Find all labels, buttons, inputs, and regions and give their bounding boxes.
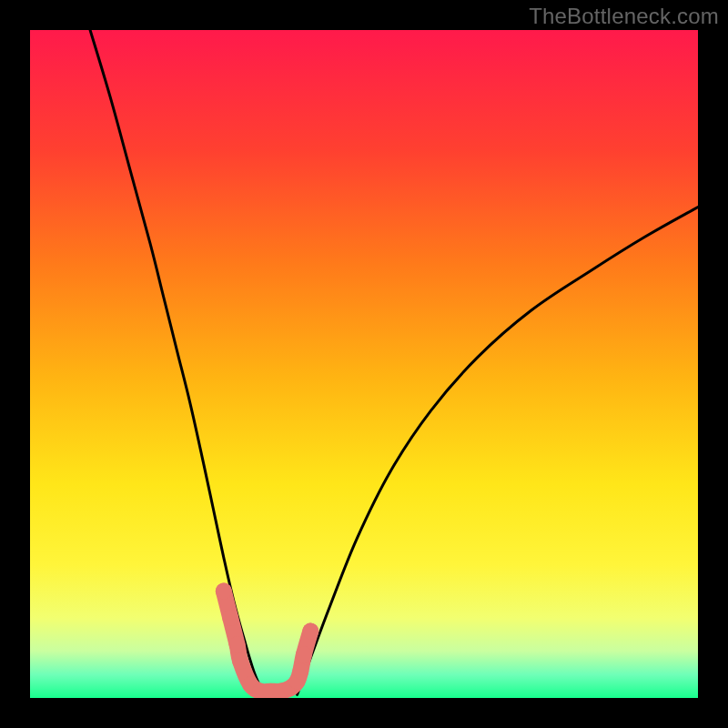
outer-frame: TheBottleneck.com — [0, 0, 728, 728]
accent-dot — [232, 653, 248, 670]
accent-cluster — [216, 583, 318, 698]
accent-dot — [229, 636, 246, 652]
accent-dot — [302, 623, 318, 640]
curves-layer — [30, 30, 698, 698]
accent-dot — [292, 663, 308, 680]
plot-area — [30, 30, 698, 698]
left-curve — [90, 30, 264, 694]
accent-dot — [222, 610, 238, 626]
right-curve — [298, 207, 698, 695]
accent-dot — [296, 646, 312, 662]
accent-dot — [216, 583, 232, 600]
watermark-text: TheBottleneck.com — [529, 4, 719, 29]
